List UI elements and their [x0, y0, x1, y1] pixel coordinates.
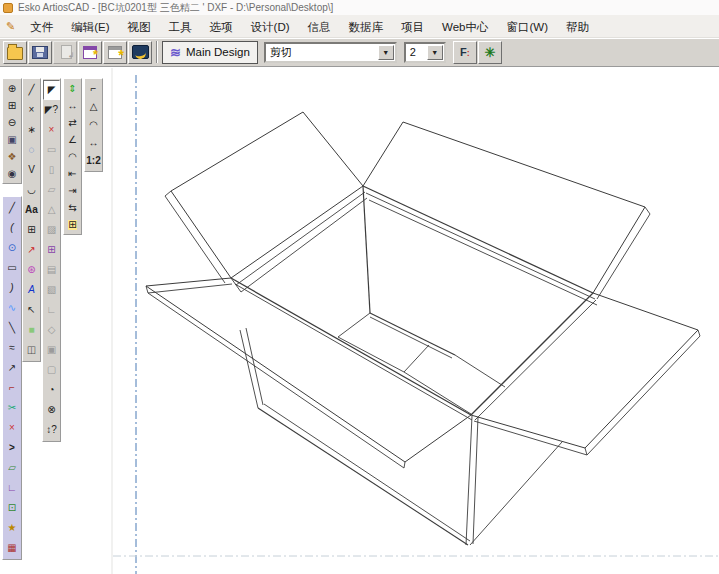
convert-to-3d-button[interactable] [128, 41, 152, 64]
menu-info[interactable]: 信息 [299, 19, 340, 35]
menu-view[interactable]: 视图 [119, 19, 160, 35]
chevron-down-icon[interactable]: ▼ [427, 45, 443, 60]
tool-slope-dimension[interactable]: △ [85, 98, 102, 116]
tool-diamond[interactable]: ◇ [43, 320, 60, 340]
tool-arc-endpoints[interactable]: ◡ [23, 180, 40, 200]
tool-frame-select[interactable]: ▣ [43, 340, 60, 360]
new-embedded-design-button[interactable] [78, 41, 102, 64]
tool-construction-circle[interactable]: ◌ [23, 140, 40, 160]
layers-icon: ≋ [170, 45, 181, 60]
tool-bezier-curve[interactable]: ∿ [3, 298, 21, 318]
tool-arc-angle-dimension[interactable]: ◠ [85, 116, 102, 134]
tool-hatch[interactable]: ▦ [3, 538, 21, 558]
tool-italic-text[interactable]: A [23, 280, 40, 300]
tool-paragraph-text[interactable]: ⊞ [23, 220, 40, 240]
tool-v-notch[interactable]: V [23, 160, 40, 180]
tool-select-dimension[interactable]: ⇄ [64, 114, 81, 131]
tool-move-point[interactable]: ⇕ [64, 80, 81, 97]
tool-distance-a[interactable]: ⇤ [64, 165, 81, 182]
tool-extend[interactable]: > [3, 438, 21, 458]
tool-arc-3pt[interactable]: ( [3, 218, 21, 238]
tool-zoom-out[interactable]: ⊖ [3, 114, 21, 131]
tool-fillet[interactable]: ⌐ [3, 378, 21, 398]
tool-step[interactable]: ∟ [43, 300, 60, 320]
rebuild-design-button[interactable]: ✳ [478, 41, 502, 64]
copy-embedded-design-button[interactable] [103, 41, 127, 64]
tool-wave[interactable]: ≈ [3, 338, 21, 358]
tool-zoom-window[interactable]: ⊞ [3, 97, 21, 114]
tool-copy[interactable]: ▯ [43, 160, 60, 180]
tool-select[interactable]: ◤ [43, 80, 60, 100]
tool-break-line[interactable]: × [3, 418, 21, 438]
tool-nested-rectangles[interactable]: ⊡ [3, 498, 21, 518]
tool-rectangle[interactable]: ▭ [3, 258, 21, 278]
tool-layer-visibility[interactable]: ◉ [3, 165, 21, 182]
winstar-icon [83, 46, 97, 59]
tool-measure-query[interactable]: ↕? [43, 420, 60, 440]
tool-highlight-region[interactable]: ★ [3, 518, 21, 538]
tool-group-items[interactable]: ◫ [23, 340, 40, 360]
main-design-button[interactable]: ≋ Main Design [162, 41, 258, 64]
tool-point-arrow[interactable]: ↗ [3, 358, 21, 378]
tool-width-dimension[interactable]: ↔ [85, 134, 102, 152]
angle-dimension-icon: ∠ [68, 135, 77, 145]
menu-project[interactable]: 项目 [392, 19, 433, 35]
open-button[interactable] [3, 41, 27, 64]
tool-line-2pt[interactable]: ╱ [23, 80, 40, 100]
tool-move[interactable]: ▭ [43, 140, 60, 160]
tool-offset[interactable]: ▱ [43, 180, 60, 200]
tool-zoom-extents[interactable]: ▣ [3, 131, 21, 148]
tool-horizontal-dimension[interactable]: ↔ [64, 97, 81, 114]
design-canvas[interactable] [112, 134, 719, 574]
chevron-down-icon[interactable]: ▼ [378, 45, 394, 60]
menu-edit[interactable]: 编辑(E) [62, 19, 118, 35]
menu-database[interactable]: 数据库 [340, 19, 393, 35]
tool-stack[interactable]: ▤ [43, 260, 60, 280]
tool-align-grid[interactable]: ⊞ [43, 240, 60, 260]
save-button[interactable] [28, 41, 52, 64]
tool-delete[interactable]: × [43, 120, 60, 140]
tool-cut[interactable]: ✂ [3, 398, 21, 418]
tool-stair-step[interactable]: ∟ [3, 478, 21, 498]
tool-arc-dimension[interactable]: ◠ [64, 148, 81, 165]
dimension-properties-button[interactable]: F [453, 41, 477, 64]
tool-rotate[interactable]: △ [43, 200, 60, 220]
tool-leader-arrow[interactable]: ↗ [23, 240, 40, 260]
tool-rosette[interactable]: ⊛ [23, 260, 40, 280]
tool-distance-c[interactable]: ⇆ [64, 199, 81, 216]
tool-pan[interactable]: ❖ [3, 148, 21, 165]
tool-mirror[interactable]: ▨ [43, 220, 60, 240]
tool-arc-cw[interactable]: ) [3, 278, 21, 298]
tool-zoom-in[interactable]: ⊕ [3, 80, 21, 97]
layer-visibility-icon: ◉ [8, 169, 17, 179]
export-button[interactable] [53, 41, 77, 64]
menu-help[interactable]: 帮助 [557, 19, 598, 35]
menu-options[interactable]: 选项 [201, 19, 242, 35]
tool-circle[interactable]: ⊙ [3, 238, 21, 258]
tool-shade[interactable]: ▧ [43, 280, 60, 300]
tool-recent-history[interactable]: ◔ [43, 380, 60, 400]
tool-erase-construction[interactable]: ∗ [23, 120, 40, 140]
tool-angle-dimension[interactable]: ∠ [64, 131, 81, 148]
tool-auto-dimension[interactable]: ⊞ [64, 216, 81, 233]
tool-resize-frame[interactable]: ▢ [43, 360, 60, 380]
tool-cross-lines[interactable]: × [23, 100, 40, 120]
layer-combo[interactable]: 剪切 ▼ [264, 42, 397, 63]
menu-file[interactable]: 文件 [21, 19, 62, 35]
tool-text-leader[interactable]: ↖ [23, 300, 40, 320]
menu-tools[interactable]: 工具 [160, 19, 201, 35]
tool-select-query[interactable]: ◤? [43, 100, 60, 120]
tool-reject-point[interactable]: ⊗ [43, 400, 60, 420]
tool-offset-copy[interactable]: ▱ [3, 458, 21, 478]
tool-fill-color[interactable]: ■ [23, 320, 40, 340]
tool-distance-b[interactable]: ⇥ [64, 182, 81, 199]
menu-window[interactable]: 窗口(W) [497, 19, 557, 35]
tool-corner-dimension[interactable]: ⌐ [85, 80, 102, 98]
scale-combo[interactable]: 2 ▼ [404, 42, 446, 63]
tool-line[interactable]: ╱ [3, 198, 21, 218]
menu-webcenter[interactable]: Web中心 [433, 19, 497, 35]
tool-scale-1-2[interactable]: 1:2 [85, 152, 102, 170]
tool-text[interactable]: Aa [23, 200, 40, 220]
tool-tangent-line[interactable]: ╲ [3, 318, 21, 338]
menu-design[interactable]: 设计(D) [242, 19, 299, 35]
